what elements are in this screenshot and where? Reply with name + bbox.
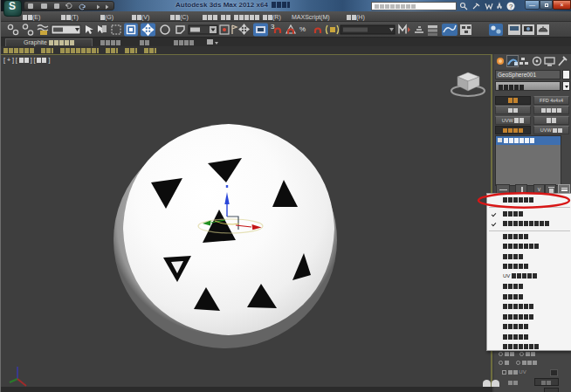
- svg-text:?: ?: [509, 3, 513, 10]
- svg-text:%: %: [299, 25, 306, 33]
